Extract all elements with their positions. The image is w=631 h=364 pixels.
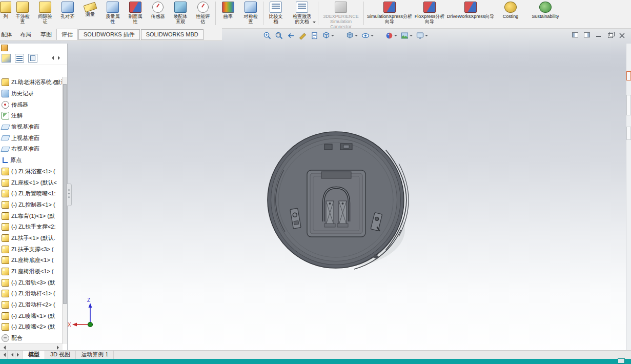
tab-nav-first-button[interactable] [0, 351, 8, 359]
ribbon-button-section-properties[interactable]: 剖面属性 [124, 0, 147, 29]
tab-sketch[interactable]: 草图 [36, 29, 56, 40]
view-settings-button[interactable] [415, 31, 429, 41]
configurationmanager-tab-icon[interactable] [28, 54, 37, 63]
zoom-area-button[interactable] [274, 31, 284, 41]
tree-item-component[interactable]: (-) ZL滑轨<3> (默 [0, 277, 63, 288]
tree-item-component[interactable]: ZL座板<1> (默认< [0, 177, 63, 188]
model-canvas[interactable]: Z X [0, 28, 631, 364]
tree-item-sensors[interactable]: 传感器 [0, 99, 63, 110]
ribbon-button-check-active-document[interactable]: 检查激活的文档 [287, 0, 317, 29]
feature-tree: ZL助老淋浴系统 (默认 历史记录 传感器 注解 前视基准面 上视基准面 右视基… [0, 77, 63, 344]
tree-item-component[interactable]: (-) ZL控制器<1> ( [0, 199, 63, 211]
view-orientation-button[interactable] [321, 31, 335, 41]
collapse-pane-left-button[interactable] [572, 32, 579, 38]
tab-solidworks-mbd[interactable]: SOLIDWORKS MBD [141, 29, 203, 40]
apply-scene-button[interactable] [400, 31, 413, 41]
ribbon-button-hole-alignment[interactable]: 孔对齐 [56, 0, 79, 29]
ribbon-button-interference-check[interactable]: 干涉检查 [11, 0, 34, 29]
floxpress-icon [423, 2, 436, 13]
ribbon-button-measure[interactable]: 测量 [79, 0, 101, 29]
ribbon-button-compare-documents[interactable]: 比较文档 [264, 0, 287, 29]
tab-motion-study-1[interactable]: 运动算例 1 [76, 351, 114, 359]
scrollbar-thumb[interactable] [63, 84, 67, 304]
tree-horizontal-scrollbar[interactable] [0, 343, 63, 351]
scroll-marker[interactable] [626, 71, 631, 80]
tab-3d-views[interactable]: 3D 视图 [45, 351, 76, 359]
tab-nav-next-button[interactable] [15, 351, 23, 359]
tab-evaluate[interactable]: 评估 [56, 29, 78, 40]
status-resize-chip [618, 358, 625, 363]
tree-item-root[interactable]: ZL助老淋浴系统 (默认 [0, 77, 63, 88]
scroll-right-icon[interactable] [57, 346, 61, 350]
ribbon-button-sensor[interactable]: 传感器 [147, 0, 169, 29]
ribbon-button-assembly-visualization[interactable]: 装配体直观 [169, 0, 192, 29]
ribbon-button-clipped[interactable]: 列 [0, 0, 11, 29]
orientation-triad: Z X [68, 297, 93, 328]
tree-item-origin[interactable]: 原点 [0, 155, 63, 166]
graphics-viewport[interactable]: Z X [0, 28, 631, 359]
ribbon-button-driveworksxpress-wizard[interactable]: DriveWorksXpress向导 [445, 0, 496, 29]
tree-item-history[interactable]: 历史记录 [0, 88, 63, 99]
propertymanager-tab-icon[interactable] [15, 54, 24, 63]
tab-nav-prev-button[interactable] [8, 351, 15, 359]
panel-pin-icon[interactable] [1, 45, 8, 51]
tree-item-component[interactable]: ZL靠背(1)<1> (默 [0, 210, 63, 221]
tab-layout[interactable]: 布局 [15, 29, 36, 40]
ribbon-button-clearance-verification[interactable]: 间隙验证 [34, 0, 56, 29]
zoom-fit-button[interactable] [262, 31, 272, 41]
ribbon-button-symmetry-check[interactable]: 对称检查 [239, 0, 262, 29]
ribbon-button-mass-properties[interactable]: 质量属性 [101, 0, 124, 29]
tree-item-component[interactable]: (-) ZL扶手支撑<2: [0, 221, 63, 233]
featuremanager-tree-tab-icon[interactable] [2, 54, 11, 63]
close-button[interactable] [619, 32, 626, 38]
minimize-icon [596, 36, 601, 37]
ribbon-separator [263, 2, 263, 25]
tree-item-component[interactable]: (-) ZL喷嘴<2> (默 [0, 321, 63, 333]
minimize-button[interactable] [595, 32, 602, 38]
tab-solidworks-addins[interactable]: SOLIDWORKS 插件 [78, 29, 140, 40]
tree-item-component[interactable]: (-) ZL淋浴室<1> ( [0, 166, 63, 177]
scroll-marker[interactable] [626, 127, 631, 140]
task-pane-edge-scrollbar[interactable] [626, 44, 631, 351]
previous-view-button[interactable] [286, 31, 296, 41]
display-style-button[interactable] [345, 31, 358, 41]
ribbon-button-performance-evaluation[interactable]: 性能评估 [192, 0, 214, 29]
tree-item-component[interactable]: ZL座椅滑板<1> ( [0, 266, 63, 277]
hole-alignment-icon [62, 2, 74, 13]
tree-item-front-plane[interactable]: 前视基准面 [0, 122, 63, 133]
panel-splitter-grip[interactable] [67, 184, 72, 206]
tree-item-component[interactable]: (-) ZL滑动杆<1> ( [0, 288, 63, 299]
tree-item-component[interactable]: ZL扶手<1> (默认. [0, 233, 63, 244]
ribbon-button-costing[interactable]: Costing [496, 0, 525, 29]
collapse-pane-right-button[interactable] [583, 32, 591, 38]
section-view-button[interactable] [298, 31, 308, 41]
tree-item-mates[interactable]: 配合 [0, 333, 63, 344]
restore-down-button[interactable] [607, 32, 614, 38]
tree-item-component[interactable]: (-) ZL后置喷嘴<1: [0, 188, 63, 199]
ribbon-button-curvature[interactable]: 曲率 [217, 0, 239, 29]
plane-icon [1, 147, 10, 152]
panel-scroll-left-icon[interactable] [50, 56, 54, 60]
panel-scroll-right-icon[interactable] [58, 56, 62, 60]
ribbon-button-sustainability[interactable]: Sustainability [525, 0, 566, 29]
tab-assembly[interactable]: 配体 [0, 29, 15, 40]
tree-item-component[interactable]: ZL座椅底座<1> ( [0, 255, 63, 266]
scroll-marker[interactable] [626, 95, 631, 115]
ribbon-button-floxpress-wizard[interactable]: FloXpress分析向导 [414, 0, 445, 29]
tree-item-annotations[interactable]: 注解 [0, 110, 63, 122]
tree-vertical-scrollbar[interactable] [62, 77, 67, 344]
tree-item-component[interactable]: (-) ZL喷嘴<1> (默 [0, 310, 63, 321]
sensors-folder-icon [2, 101, 9, 109]
hide-show-items-button[interactable] [360, 31, 374, 41]
history-folder-icon [2, 90, 9, 97]
ribbon-button-simulationxpress-wizard[interactable]: SimulationXpress分析向导 [365, 0, 414, 29]
dynamic-annotation-views-button[interactable] [310, 31, 319, 41]
tab-model[interactable]: 模型 [23, 351, 45, 359]
tree-item-component[interactable]: (-) ZL滑动杆<2> ( [0, 299, 63, 311]
scroll-left-icon[interactable] [2, 346, 6, 350]
tree-item-top-plane[interactable]: 上视基准面 [0, 132, 63, 144]
edit-appearance-button[interactable] [384, 31, 398, 41]
seat-assembly[interactable] [307, 170, 365, 237]
tree-item-right-plane[interactable]: 右视基准面 [0, 144, 63, 155]
tree-item-component[interactable]: ZL扶手支撑<3> ( [0, 244, 63, 255]
